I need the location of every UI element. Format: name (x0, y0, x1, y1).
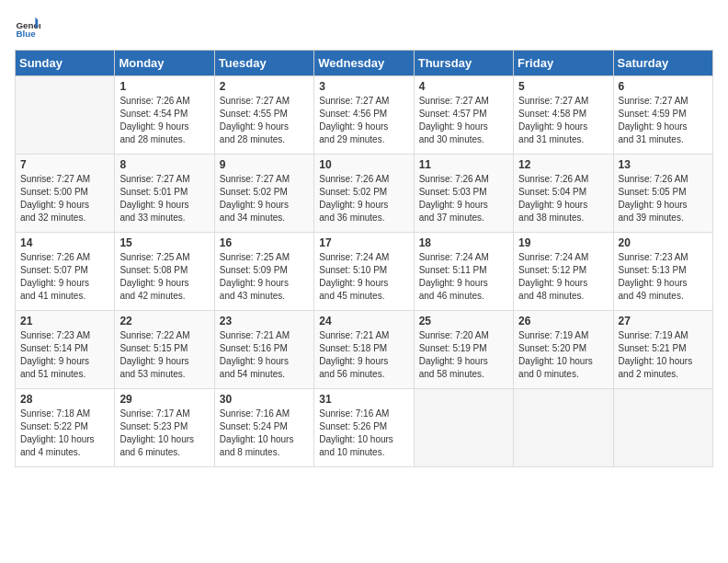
calendar-week-row: 28Sunrise: 7:18 AM Sunset: 5:22 PM Dayli… (16, 389, 713, 467)
day-number: 20 (619, 236, 708, 249)
weekday-header: Tuesday (214, 51, 313, 76)
day-info: Sunrise: 7:26 AM Sunset: 5:03 PM Dayligh… (419, 173, 508, 224)
day-info: Sunrise: 7:17 AM Sunset: 5:23 PM Dayligh… (119, 408, 209, 459)
day-number: 10 (319, 158, 408, 171)
calendar-cell (613, 389, 712, 467)
day-number: 3 (319, 80, 408, 93)
svg-text:Blue: Blue (16, 29, 36, 39)
day-number: 29 (119, 393, 209, 406)
day-number: 14 (20, 236, 109, 249)
day-number: 12 (518, 158, 608, 171)
day-number: 21 (20, 315, 109, 327)
day-info: Sunrise: 7:26 AM Sunset: 5:04 PM Dayligh… (518, 173, 608, 224)
day-number: 26 (518, 315, 608, 327)
day-number: 16 (220, 236, 309, 249)
calendar-cell: 30Sunrise: 7:16 AM Sunset: 5:24 PM Dayli… (214, 389, 313, 467)
weekday-header: Saturday (613, 51, 712, 76)
calendar-cell: 15Sunrise: 7:25 AM Sunset: 5:08 PM Dayli… (115, 233, 214, 311)
calendar-cell: 7Sunrise: 7:27 AM Sunset: 5:00 PM Daylig… (16, 155, 115, 233)
calendar-cell: 3Sunrise: 7:27 AM Sunset: 4:56 PM Daylig… (314, 76, 414, 155)
weekday-header: Thursday (414, 51, 513, 76)
day-info: Sunrise: 7:25 AM Sunset: 5:08 PM Dayligh… (119, 251, 209, 303)
calendar-cell: 22Sunrise: 7:22 AM Sunset: 5:15 PM Dayli… (115, 311, 214, 389)
calendar-cell: 24Sunrise: 7:21 AM Sunset: 5:18 PM Dayli… (314, 311, 414, 389)
calendar-week-row: 21Sunrise: 7:23 AM Sunset: 5:14 PM Dayli… (16, 311, 713, 389)
calendar-cell: 23Sunrise: 7:21 AM Sunset: 5:16 PM Dayli… (214, 311, 313, 389)
calendar-cell: 6Sunrise: 7:27 AM Sunset: 4:59 PM Daylig… (613, 76, 712, 155)
day-info: Sunrise: 7:24 AM Sunset: 5:12 PM Dayligh… (518, 251, 608, 303)
day-info: Sunrise: 7:21 AM Sunset: 5:18 PM Dayligh… (319, 329, 408, 381)
calendar-cell: 4Sunrise: 7:27 AM Sunset: 4:57 PM Daylig… (414, 76, 513, 155)
calendar-cell: 2Sunrise: 7:27 AM Sunset: 4:55 PM Daylig… (214, 76, 313, 155)
calendar-week-row: 7Sunrise: 7:27 AM Sunset: 5:00 PM Daylig… (16, 155, 713, 233)
day-info: Sunrise: 7:25 AM Sunset: 5:09 PM Dayligh… (220, 251, 309, 303)
calendar-cell: 20Sunrise: 7:23 AM Sunset: 5:13 PM Dayli… (613, 233, 712, 311)
calendar-cell: 12Sunrise: 7:26 AM Sunset: 5:04 PM Dayli… (514, 155, 613, 233)
day-number: 28 (20, 393, 109, 406)
calendar-cell: 29Sunrise: 7:17 AM Sunset: 5:23 PM Dayli… (115, 389, 214, 467)
day-info: Sunrise: 7:27 AM Sunset: 5:02 PM Dayligh… (220, 173, 309, 224)
weekday-header: Sunday (16, 51, 115, 76)
day-number: 8 (119, 158, 209, 171)
logo: General Blue (15, 15, 40, 40)
calendar-cell: 14Sunrise: 7:26 AM Sunset: 5:07 PM Dayli… (16, 233, 115, 311)
calendar-cell: 17Sunrise: 7:24 AM Sunset: 5:10 PM Dayli… (314, 233, 414, 311)
calendar-cell: 8Sunrise: 7:27 AM Sunset: 5:01 PM Daylig… (115, 155, 214, 233)
day-number: 7 (20, 158, 109, 171)
calendar-cell: 28Sunrise: 7:18 AM Sunset: 5:22 PM Dayli… (16, 389, 115, 467)
day-info: Sunrise: 7:27 AM Sunset: 5:00 PM Dayligh… (20, 173, 109, 224)
day-info: Sunrise: 7:27 AM Sunset: 4:56 PM Dayligh… (319, 95, 408, 146)
day-number: 5 (518, 80, 608, 93)
day-info: Sunrise: 7:27 AM Sunset: 4:59 PM Dayligh… (619, 95, 708, 146)
calendar-cell: 10Sunrise: 7:26 AM Sunset: 5:02 PM Dayli… (314, 155, 414, 233)
weekday-header: Wednesday (314, 51, 414, 76)
day-info: Sunrise: 7:19 AM Sunset: 5:20 PM Dayligh… (518, 329, 608, 381)
day-info: Sunrise: 7:26 AM Sunset: 5:05 PM Dayligh… (619, 173, 708, 224)
day-number: 31 (319, 393, 408, 406)
day-number: 4 (419, 80, 508, 93)
calendar-cell: 19Sunrise: 7:24 AM Sunset: 5:12 PM Dayli… (514, 233, 613, 311)
day-info: Sunrise: 7:27 AM Sunset: 4:55 PM Dayligh… (220, 95, 309, 146)
day-number: 18 (419, 236, 508, 249)
day-info: Sunrise: 7:16 AM Sunset: 5:26 PM Dayligh… (319, 408, 408, 459)
calendar-cell: 1Sunrise: 7:26 AM Sunset: 4:54 PM Daylig… (115, 76, 214, 155)
calendar-cell: 9Sunrise: 7:27 AM Sunset: 5:02 PM Daylig… (214, 155, 313, 233)
day-info: Sunrise: 7:24 AM Sunset: 5:11 PM Dayligh… (419, 251, 508, 303)
calendar-cell: 27Sunrise: 7:19 AM Sunset: 5:21 PM Dayli… (613, 311, 712, 389)
calendar-cell (514, 389, 613, 467)
day-info: Sunrise: 7:26 AM Sunset: 5:07 PM Dayligh… (20, 251, 109, 303)
day-number: 2 (220, 80, 309, 93)
calendar-week-row: 14Sunrise: 7:26 AM Sunset: 5:07 PM Dayli… (16, 233, 713, 311)
calendar-cell: 5Sunrise: 7:27 AM Sunset: 4:58 PM Daylig… (514, 76, 613, 155)
day-info: Sunrise: 7:26 AM Sunset: 5:02 PM Dayligh… (319, 173, 408, 224)
day-number: 19 (518, 236, 608, 249)
day-number: 17 (319, 236, 408, 249)
day-number: 11 (419, 158, 508, 171)
day-number: 25 (419, 315, 508, 327)
day-number: 30 (220, 393, 309, 406)
calendar-cell: 25Sunrise: 7:20 AM Sunset: 5:19 PM Dayli… (414, 311, 513, 389)
day-info: Sunrise: 7:18 AM Sunset: 5:22 PM Dayligh… (20, 408, 109, 459)
day-info: Sunrise: 7:23 AM Sunset: 5:14 PM Dayligh… (20, 329, 109, 381)
day-number: 6 (619, 80, 708, 93)
day-info: Sunrise: 7:27 AM Sunset: 4:58 PM Dayligh… (518, 95, 608, 146)
day-number: 22 (119, 315, 209, 327)
day-number: 1 (119, 80, 209, 93)
weekday-header: Friday (514, 51, 613, 76)
weekday-header: Monday (115, 51, 214, 76)
calendar-week-row: 1Sunrise: 7:26 AM Sunset: 4:54 PM Daylig… (16, 76, 713, 155)
day-number: 9 (220, 158, 309, 171)
day-info: Sunrise: 7:21 AM Sunset: 5:16 PM Dayligh… (220, 329, 309, 381)
calendar-cell: 16Sunrise: 7:25 AM Sunset: 5:09 PM Dayli… (214, 233, 313, 311)
calendar-cell: 21Sunrise: 7:23 AM Sunset: 5:14 PM Dayli… (16, 311, 115, 389)
day-info: Sunrise: 7:22 AM Sunset: 5:15 PM Dayligh… (119, 329, 209, 381)
logo-icon: General Blue (15, 15, 40, 40)
header: General Blue (15, 15, 713, 40)
day-info: Sunrise: 7:24 AM Sunset: 5:10 PM Dayligh… (319, 251, 408, 303)
day-info: Sunrise: 7:20 AM Sunset: 5:19 PM Dayligh… (419, 329, 508, 381)
calendar-cell (414, 389, 513, 467)
day-info: Sunrise: 7:27 AM Sunset: 4:57 PM Dayligh… (419, 95, 508, 146)
calendar-cell: 26Sunrise: 7:19 AM Sunset: 5:20 PM Dayli… (514, 311, 613, 389)
calendar-cell: 11Sunrise: 7:26 AM Sunset: 5:03 PM Dayli… (414, 155, 513, 233)
day-number: 13 (619, 158, 708, 171)
